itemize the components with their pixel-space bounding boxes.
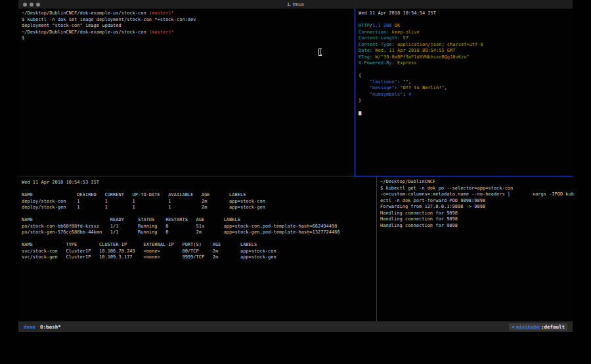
kube-namespace: :default — [541, 324, 565, 330]
port-forward-pane-bottom-right[interactable]: ~/Desktop/DublinCNCF$ kubectl get -n dok… — [377, 176, 576, 324]
terminal-window: 1. tmux ~/Desktop/DublinCNCF/dok-example… — [18, 0, 573, 332]
pane-divider-vertical-inactive[interactable] — [376, 176, 377, 321]
pane-divider-horizontal-active[interactable] — [355, 176, 573, 176]
mouse-text-cursor-icon — [318, 49, 322, 56]
traffic-lights — [23, 0, 40, 9]
close-button-icon[interactable] — [23, 3, 27, 7]
window-titlebar[interactable]: 1. tmux — [18, 0, 573, 9]
window-title: 1. tmux — [18, 0, 573, 9]
kube-context-name: minikube — [516, 324, 540, 330]
status-left: demo 0:bash* — [24, 324, 61, 330]
screen-background: 1. tmux ~/Desktop/DublinCNCF/dok-example… — [0, 0, 591, 364]
minimize-button-icon[interactable] — [30, 3, 33, 7]
zoom-button-icon[interactable] — [36, 3, 40, 7]
kube-context-indicator: ⎈ minikube :default — [509, 323, 567, 331]
active-window-label[interactable]: 0:bash* — [40, 324, 61, 330]
http-response-pane-top-right[interactable]: Wed 11 Apr 2018 10:54:54 IST HTTP/1.1 20… — [355, 9, 576, 178]
pane-divider-vertical-active[interactable] — [355, 9, 355, 176]
pane-divider-horizontal-inactive[interactable] — [18, 176, 355, 176]
tmux-status-bar: demo 0:bash* ⎈ minikube :default — [18, 321, 573, 332]
helm-wheel-icon: ⎈ — [512, 324, 515, 330]
kubectl-get-pane-bottom-left[interactable]: Wed 11 Apr 2018 10:54:53 IST NAME DESIRE… — [18, 176, 379, 325]
session-name: demo — [24, 324, 35, 330]
shell-pane-top-left[interactable]: ~/Desktop/DublinCNCF/dok-example-us/stoc… — [18, 9, 357, 178]
